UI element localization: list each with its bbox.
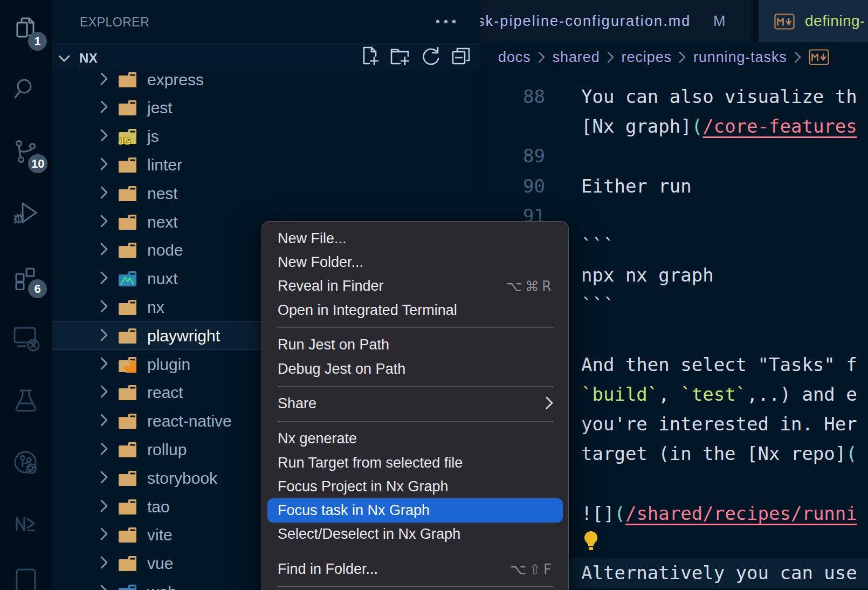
tree-item-label: nest: [147, 184, 178, 203]
folder-icon: [118, 555, 136, 572]
menu-item-label: Focus task in Nx Graph: [278, 502, 430, 519]
menu-divider: [277, 552, 553, 553]
tree-item-label: web: [147, 583, 177, 590]
chevron-right-icon: [99, 470, 109, 487]
code-text: `build`, `test`,..) and e: [581, 383, 857, 405]
code-line: 89: [480, 141, 868, 171]
line-number: 88: [480, 86, 545, 107]
breadcrumb-recipes[interactable]: recipes: [622, 49, 672, 66]
breadcrumb-shared[interactable]: shared: [553, 49, 600, 66]
nx-icon: [11, 510, 40, 541]
chevron-right-icon: [99, 99, 109, 116]
menu-item-select-deselect-in-nx-graph[interactable]: Select/Deselect in Nx Graph: [267, 523, 563, 546]
chevron-right-icon: [535, 50, 549, 64]
tab-bar: sk-pipeline-configuration.md M defining-: [480, 0, 868, 43]
menu-item-new-file[interactable]: New File...: [267, 227, 563, 250]
menu-item-focus-task-in-nx-graph[interactable]: Focus task in Nx Graph: [267, 498, 563, 522]
folder-icon: [118, 442, 136, 458]
chevron-right-icon: [791, 50, 805, 64]
tree-item-label: react: [147, 383, 183, 402]
activity-source-control[interactable]: 10: [0, 126, 52, 180]
menu-item-label: Focus Project in Nx Graph: [278, 478, 449, 495]
menu-item-label: Run Target from selected file: [278, 455, 463, 471]
code-text: [581, 530, 601, 556]
menu-item-debug-jest-on-path[interactable]: Debug Jest on Path: [267, 357, 563, 381]
breadcrumb-running-tasks[interactable]: running-tasks: [693, 49, 787, 66]
menu-item-run-jest-on-path[interactable]: Run Jest on Path: [267, 333, 563, 357]
chevron-right-icon: [99, 270, 109, 287]
menu-item-find-in-folder[interactable]: Find in Folder...⌥⇧F: [267, 558, 563, 581]
tree-item-label: js: [147, 127, 159, 146]
menu-item-reveal-in-finder[interactable]: Reveal in Finder⌥⌘R: [267, 275, 563, 298]
refresh-button[interactable]: [422, 48, 440, 66]
menu-divider: [277, 421, 553, 422]
tab-label: defining-: [805, 12, 865, 30]
folder-icon: [118, 299, 136, 315]
chevron-right-icon: [99, 128, 109, 145]
menu-item-new-folder[interactable]: New Folder...: [267, 250, 563, 274]
breadcrumbs: docssharedrecipesrunning-tasks: [480, 42, 868, 72]
tree-item-label: express: [147, 71, 204, 89]
folder-plugin-icon: [118, 356, 136, 373]
activity-testing[interactable]: [0, 375, 52, 429]
collapse-all-button[interactable]: [452, 48, 470, 66]
chevron-right-icon: [99, 214, 109, 231]
activity-explorer[interactable]: 1: [0, 3, 52, 57]
tree-item-label: vue: [147, 554, 173, 573]
tree-item-label: plugin: [147, 355, 190, 374]
chevron-right-icon: [99, 156, 109, 174]
menu-item-run-target-from-selected-file[interactable]: Run Target from selected file: [267, 451, 563, 475]
remote-icon: [11, 324, 40, 355]
chevron-right-icon: [99, 71, 109, 88]
tab-label: sk-pipeline-configuration.md: [480, 13, 691, 30]
chevron-right-icon: [99, 242, 109, 259]
activity-run-and-debug[interactable]: [0, 187, 52, 241]
chevron-right-icon: [99, 413, 109, 430]
code-text: target (in the [Nx repo](: [581, 443, 857, 464]
menu-divider: [277, 586, 553, 587]
tab-task-pipeline-configuration[interactable]: sk-pipeline-configuration.md M: [480, 0, 752, 42]
chevron-right-icon: [99, 498, 109, 516]
tree-item-express[interactable]: express: [52, 65, 480, 94]
activity-extensions[interactable]: 6: [0, 251, 52, 305]
tree-item-js[interactable]: JSjs: [52, 122, 480, 151]
folder-icon: [118, 242, 136, 258]
code-text: you're interested in. Her: [581, 413, 857, 435]
new-folder-button[interactable]: [391, 48, 410, 66]
breadcrumb-docs[interactable]: docs: [498, 49, 531, 66]
menu-item-label: Find in Folder...: [278, 561, 378, 578]
beaker-icon: [12, 387, 40, 417]
folder-icon: [118, 100, 136, 116]
badge: 6: [28, 279, 47, 298]
tree-item-linter[interactable]: linter: [52, 150, 480, 179]
tree-item-label: jest: [147, 99, 173, 117]
line-number: 89: [480, 145, 545, 167]
activity-nx-console[interactable]: [0, 498, 52, 552]
menu-item-open-in-integrated-terminal[interactable]: Open in Integrated Terminal: [267, 298, 563, 322]
lightbulb-emoji: [581, 530, 601, 556]
tab-defining[interactable]: defining-: [759, 0, 868, 42]
menu-item-focus-project-in-nx-graph[interactable]: Focus Project in Nx Graph: [267, 475, 563, 498]
folder-icon: [118, 328, 136, 344]
activity-git-graph[interactable]: [0, 437, 52, 491]
chevron-right-icon: [99, 584, 109, 590]
more-actions-button[interactable]: [433, 12, 458, 31]
tree-item-nest[interactable]: nest: [52, 179, 480, 208]
activity-search[interactable]: [0, 63, 52, 117]
menu-item-share[interactable]: Share: [267, 392, 563, 416]
chevron-right-icon: [99, 356, 109, 373]
activity-preview[interactable]: [0, 558, 52, 590]
menu-divider: [277, 386, 553, 387]
new-file-button[interactable]: [361, 48, 380, 66]
folder-icon: [118, 214, 136, 230]
chevron-right-icon: [99, 441, 109, 458]
code-text: ```: [581, 235, 614, 256]
submenu-chevron-icon: [545, 395, 554, 413]
folder-icon: [118, 413, 136, 429]
debug-icon: [12, 200, 39, 229]
tree-item-jest[interactable]: jest: [52, 94, 480, 122]
chevron-right-icon: [99, 555, 109, 572]
badge: 1: [28, 32, 47, 51]
menu-item-nx-generate[interactable]: Nx generate: [267, 427, 563, 451]
activity-remote-explorer[interactable]: [0, 312, 52, 366]
